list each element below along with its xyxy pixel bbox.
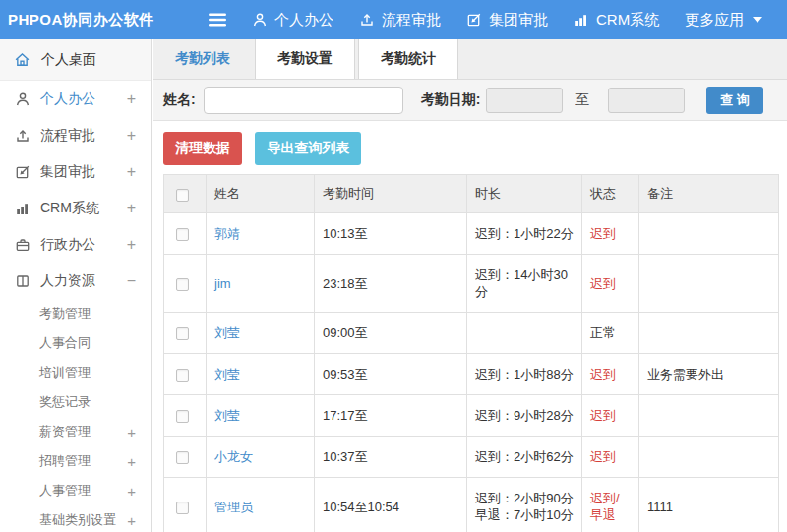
export-list-button[interactable]: 导出查询列表 bbox=[255, 132, 361, 165]
sidebar-item-label: 个人办公 bbox=[40, 90, 95, 108]
duration-line: 迟到：2小时90分 bbox=[475, 490, 574, 506]
name-input[interactable] bbox=[204, 87, 403, 114]
name-cell: 刘莹 bbox=[207, 395, 315, 437]
caret-down-icon bbox=[753, 17, 762, 23]
nav-item-2[interactable]: 流程审批 bbox=[359, 11, 441, 30]
nav-item-5[interactable]: 更多应用 bbox=[685, 11, 762, 30]
sidebar-subitem-label: 人事管理 bbox=[39, 482, 91, 500]
row-checkbox[interactable] bbox=[176, 451, 189, 464]
duration-line: 迟到：1小时88分 bbox=[475, 366, 574, 383]
row-checkbox[interactable] bbox=[176, 502, 189, 514]
column-header: 姓名 bbox=[207, 175, 315, 213]
clean-data-button[interactable]: 清理数据 bbox=[163, 132, 242, 165]
sidebar-subitem-1[interactable]: 考勤管理 bbox=[0, 299, 151, 328]
row-select-cell bbox=[164, 437, 207, 478]
sidebar-item-desktop[interactable]: 个人桌面 bbox=[0, 39, 151, 81]
sidebar-item-3[interactable]: 集团审批+ bbox=[0, 153, 151, 190]
attendance-time-cell: 09:53至 bbox=[315, 354, 467, 395]
expand-icon[interactable]: + bbox=[127, 90, 136, 108]
tab-1[interactable]: 考勤列表 bbox=[153, 39, 252, 79]
date-from-input[interactable] bbox=[486, 88, 563, 113]
row-checkbox[interactable] bbox=[176, 327, 189, 340]
column-header: 时长 bbox=[467, 175, 582, 213]
sidebar-item-1[interactable]: 个人办公+ bbox=[0, 81, 151, 117]
employee-name-link[interactable]: 郭靖 bbox=[214, 226, 240, 241]
expand-icon[interactable]: + bbox=[127, 424, 136, 441]
row-checkbox[interactable] bbox=[176, 228, 189, 241]
sidebar-subitem-2[interactable]: 人事合同 bbox=[0, 328, 151, 358]
nav-item-3[interactable]: 集团审批 bbox=[466, 11, 548, 30]
table-row: 刘莹17:17至迟到：9小时28分迟到 bbox=[164, 395, 779, 437]
row-checkbox[interactable] bbox=[176, 278, 189, 291]
employee-name-link[interactable]: 管理员 bbox=[214, 500, 253, 514]
main-content: 考勤列表考勤设置考勤统计 姓名: 考勤日期: 至 查 询 清理数据 导出查询列表… bbox=[153, 39, 787, 532]
edit-icon bbox=[466, 12, 482, 28]
hamburger-icon bbox=[209, 13, 226, 27]
sidebar-subitem-5[interactable]: 薪资管理+ bbox=[0, 417, 151, 446]
expand-icon[interactable]: + bbox=[127, 236, 136, 254]
employee-name-link[interactable]: 小龙女 bbox=[214, 449, 253, 464]
expand-icon[interactable]: + bbox=[127, 127, 136, 145]
name-cell: jim bbox=[207, 255, 315, 313]
row-checkbox[interactable] bbox=[176, 369, 189, 382]
remark-cell bbox=[639, 255, 779, 313]
nav-item-1[interactable]: 个人办公 bbox=[252, 11, 333, 30]
date-to-label: 至 bbox=[575, 91, 589, 109]
employee-name-link[interactable]: 刘莹 bbox=[214, 408, 240, 423]
sidebar-subitem-label: 人事合同 bbox=[39, 334, 91, 352]
person-icon bbox=[14, 91, 31, 107]
table-row: 刘莹09:00至正常 bbox=[164, 313, 779, 354]
table-row: jim23:18至迟到：14小时30分迟到 bbox=[164, 255, 779, 313]
attendance-time-cell: 17:17至 bbox=[315, 395, 467, 437]
sidebar-item-5[interactable]: 行政办公+ bbox=[0, 226, 151, 263]
expand-icon[interactable]: + bbox=[127, 200, 136, 217]
status-cell: 迟到 bbox=[582, 255, 639, 313]
nav-item-label: 更多应用 bbox=[685, 11, 744, 30]
table-row: 郭靖10:13至迟到：1小时22分迟到 bbox=[164, 213, 779, 255]
employee-name-link[interactable]: 刘莹 bbox=[214, 325, 240, 340]
select-all-checkbox[interactable] bbox=[176, 189, 189, 202]
sidebar-subitem-3[interactable]: 培训管理 bbox=[0, 358, 151, 387]
remark-cell bbox=[639, 313, 779, 354]
collapse-icon[interactable]: − bbox=[127, 272, 136, 290]
workflow-icon bbox=[359, 12, 375, 28]
nav-item-4[interactable]: CRM系统 bbox=[574, 11, 659, 30]
sidebar-item-label: 个人桌面 bbox=[41, 51, 96, 69]
status-cell: 迟到/早退 bbox=[582, 478, 639, 532]
expand-icon[interactable]: + bbox=[127, 163, 136, 181]
employee-name-link[interactable]: 刘莹 bbox=[214, 367, 240, 382]
sidebar-subitem-label: 基础类别设置 bbox=[39, 511, 116, 529]
sidebar-subitem-4[interactable]: 奖惩记录 bbox=[0, 387, 151, 417]
sidebar-item-2[interactable]: 流程审批+ bbox=[0, 117, 151, 153]
select-all-cell bbox=[164, 175, 207, 213]
remark-cell bbox=[639, 437, 779, 478]
sidebar-item-label: 流程审批 bbox=[40, 127, 95, 145]
date-to-input[interactable] bbox=[608, 88, 685, 113]
top-nav: 个人办公流程审批集团审批CRM系统更多应用 bbox=[209, 0, 762, 39]
column-header: 备注 bbox=[639, 175, 779, 213]
expand-icon[interactable]: + bbox=[127, 483, 136, 500]
sidebar-subitem-label: 奖惩记录 bbox=[39, 393, 91, 411]
sidebar-subitem-6[interactable]: 招聘管理+ bbox=[0, 446, 151, 476]
sidebar-item-4[interactable]: CRM系统+ bbox=[0, 190, 151, 226]
sidebar-subitem-8[interactable]: 基础类别设置+ bbox=[0, 505, 151, 532]
sidebar-item-6[interactable]: 人力资源− bbox=[0, 263, 151, 299]
row-checkbox[interactable] bbox=[176, 410, 189, 423]
attendance-time-cell: 23:18至 bbox=[315, 255, 467, 313]
sidebar-subitem-7[interactable]: 人事管理+ bbox=[0, 476, 151, 505]
sidebar-item-label: 行政办公 bbox=[40, 236, 95, 254]
nav-item-label: 个人办公 bbox=[274, 11, 333, 30]
menu-toggle-button[interactable] bbox=[209, 13, 226, 27]
tab-2[interactable]: 考勤设置 bbox=[255, 39, 355, 79]
expand-icon[interactable]: + bbox=[127, 512, 136, 529]
person-icon bbox=[252, 12, 268, 28]
search-button[interactable]: 查 询 bbox=[706, 87, 763, 114]
book-icon bbox=[14, 273, 31, 289]
employee-name-link[interactable]: jim bbox=[214, 276, 231, 291]
row-select-cell bbox=[164, 313, 207, 354]
row-select-cell bbox=[164, 478, 207, 532]
tab-3[interactable]: 考勤统计 bbox=[358, 39, 458, 79]
duration-cell: 迟到：2小时62分 bbox=[467, 437, 582, 478]
duration-cell bbox=[467, 313, 582, 354]
expand-icon[interactable]: + bbox=[127, 453, 136, 470]
